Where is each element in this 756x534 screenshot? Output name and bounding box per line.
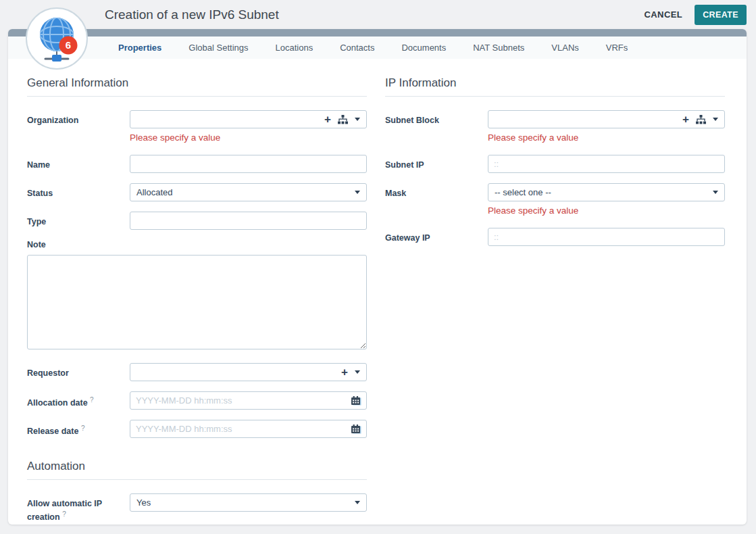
panel-top-bar	[8, 29, 747, 37]
gateway-ip-field-wrap	[488, 228, 725, 246]
type-row: Type	[27, 212, 367, 230]
type-input[interactable]	[130, 212, 367, 230]
requestor-combo[interactable]: +	[130, 363, 367, 381]
allow-automatic-ip-creation-row: Allow automatic IP creation ? Yes	[27, 493, 367, 523]
subnet-block-error: Please specify a value	[488, 132, 725, 143]
allocation-date-input[interactable]	[130, 391, 367, 410]
page-title: Creation of a new IPv6 Subnet	[105, 7, 279, 22]
organization-label: Organization	[27, 110, 130, 145]
chevron-down-icon[interactable]	[355, 118, 360, 121]
status-row: Status Allocated	[27, 183, 367, 201]
note-label: Note	[27, 240, 367, 249]
organization-row: Organization +	[27, 110, 367, 145]
release-date-field-wrap	[130, 420, 367, 438]
name-row: Name	[27, 155, 367, 173]
status-label: Status	[27, 183, 130, 201]
tab-vrfs[interactable]: VRFs	[593, 37, 642, 59]
release-date-label: Release date ?	[27, 420, 130, 438]
subnet-block-combo[interactable]: +	[488, 110, 725, 128]
gateway-ip-row: Gateway IP	[385, 228, 725, 246]
subnet-block-row: Subnet Block +	[385, 110, 725, 145]
cancel-button[interactable]: CANCEL	[645, 9, 683, 20]
name-label: Name	[27, 155, 130, 173]
section-title-general-information: General Information	[27, 76, 367, 97]
allocation-date-row: Allocation date ?	[27, 391, 367, 410]
calendar-icon[interactable]	[351, 424, 361, 434]
name-field-wrap	[130, 155, 367, 173]
help-icon[interactable]: ?	[90, 396, 94, 404]
globe-network-icon: 6	[25, 7, 89, 70]
note-textarea[interactable]	[27, 255, 367, 349]
tab-nat-subnets[interactable]: NAT Subnets	[459, 37, 538, 59]
release-date-input[interactable]	[130, 420, 367, 438]
top-header: Creation of a new IPv6 Subnet CANCEL CRE…	[0, 0, 756, 29]
chevron-down-icon[interactable]	[713, 118, 718, 121]
requestor-combo-icons: +	[341, 366, 360, 378]
organization-combo-icons: +	[324, 114, 360, 125]
subnet-block-combo-icons: +	[682, 114, 718, 125]
header-actions: CANCEL CREATE	[645, 5, 747, 25]
tab-locations[interactable]: Locations	[261, 37, 326, 59]
allocation-date-field-wrap	[130, 391, 367, 410]
subnet-ip-input[interactable]	[488, 155, 725, 173]
status-selected-value: Allocated	[136, 187, 172, 197]
create-button[interactable]: CREATE	[695, 5, 747, 25]
mask-row: Mask -- select one -- Please specify a v…	[385, 183, 725, 218]
sitemap-icon[interactable]	[696, 115, 706, 124]
add-requestor-icon[interactable]: +	[341, 366, 348, 378]
right-column: IP Information Subnet Block +	[385, 76, 725, 525]
allow-automatic-ip-creation-value: Yes	[136, 497, 151, 508]
form-panel: Properties Global Settings Locations Con…	[8, 29, 747, 525]
release-date-label-text: Release date	[27, 427, 78, 436]
help-icon[interactable]: ?	[62, 510, 66, 518]
add-subnet-block-icon[interactable]: +	[682, 114, 689, 125]
chevron-down-icon	[355, 191, 360, 194]
allow-automatic-ip-creation-select[interactable]: Yes	[130, 493, 367, 512]
tab-vlans[interactable]: VLANs	[538, 37, 592, 59]
tab-contacts[interactable]: Contacts	[326, 37, 388, 59]
badge-count: 6	[66, 39, 71, 51]
tab-global-settings[interactable]: Global Settings	[175, 37, 261, 59]
requestor-row: Requestor +	[27, 363, 367, 381]
left-column: General Information Organization +	[27, 76, 367, 525]
chevron-down-icon[interactable]	[355, 370, 360, 374]
section-title-automation: Automation	[27, 460, 367, 480]
organization-field-wrap: + Please specify a value	[130, 110, 367, 145]
organization-combo[interactable]: +	[130, 110, 367, 128]
gateway-ip-label: Gateway IP	[385, 228, 488, 246]
gateway-ip-input[interactable]	[488, 228, 725, 246]
subnet-block-label: Subnet Block	[385, 110, 488, 145]
subnet-ip-label: Subnet IP	[385, 155, 488, 173]
mask-select[interactable]: -- select one --	[488, 183, 725, 201]
ipv6-subnet-logo: 6	[25, 7, 89, 70]
status-select[interactable]: Allocated	[130, 183, 367, 201]
help-icon[interactable]: ?	[81, 424, 85, 432]
allocation-date-label: Allocation date ?	[27, 391, 130, 410]
mask-label: Mask	[385, 183, 488, 218]
mask-error: Please specify a value	[488, 205, 725, 216]
status-field-wrap: Allocated	[130, 183, 367, 201]
mask-field-wrap: -- select one -- Please specify a value	[488, 183, 725, 218]
requestor-field-wrap: +	[130, 363, 367, 381]
form-content: General Information Organization +	[8, 59, 747, 525]
release-date-row: Release date ?	[27, 420, 367, 438]
allocation-date-label-text: Allocation date	[27, 398, 88, 408]
subnet-ip-field-wrap	[488, 155, 725, 173]
calendar-icon[interactable]	[351, 395, 361, 406]
subnet-ip-row: Subnet IP	[385, 155, 725, 173]
allow-automatic-ip-creation-label: Allow automatic IP creation ?	[27, 493, 130, 523]
chevron-down-icon	[713, 191, 718, 194]
tab-bar: Properties Global Settings Locations Con…	[8, 37, 747, 59]
tab-properties[interactable]: Properties	[105, 37, 175, 59]
sitemap-icon[interactable]	[338, 115, 348, 124]
tab-documents[interactable]: Documents	[388, 37, 459, 59]
subnet-block-field-wrap: + Please specify a value	[488, 110, 725, 145]
chevron-down-icon	[355, 501, 360, 504]
requestor-label: Requestor	[27, 363, 130, 381]
section-title-ip-information: IP Information	[385, 76, 725, 97]
name-input[interactable]	[130, 155, 367, 173]
organization-error: Please specify a value	[130, 132, 367, 143]
note-row: Note	[27, 240, 367, 352]
add-organization-icon[interactable]: +	[324, 114, 331, 125]
allow-automatic-ip-creation-field-wrap: Yes	[130, 493, 367, 523]
